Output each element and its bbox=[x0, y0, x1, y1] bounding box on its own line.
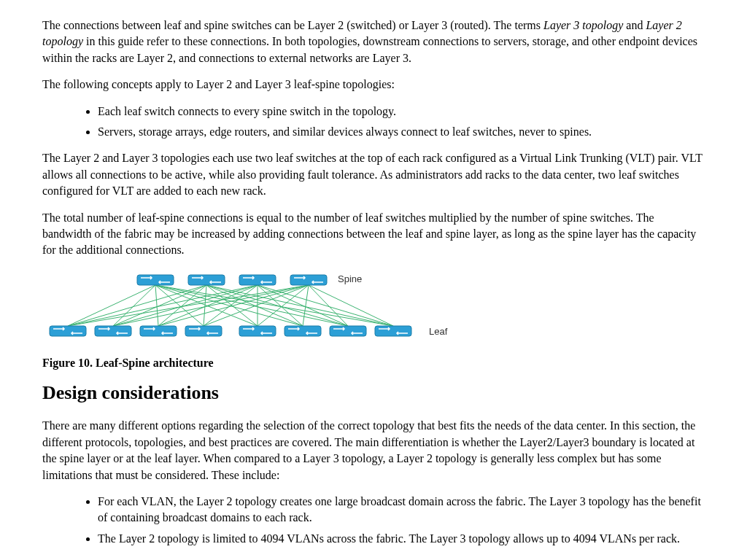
svg-line-5 bbox=[155, 285, 158, 326]
paragraph-5: There are many different options regardi… bbox=[42, 418, 705, 483]
list-item: For each VLAN, the Layer 2 topology crea… bbox=[98, 494, 705, 526]
limitations-list: For each VLAN, the Layer 2 topology crea… bbox=[42, 494, 705, 547]
svg-line-16 bbox=[206, 285, 303, 326]
list-item: The Layer 2 topology is limited to 4094 … bbox=[98, 531, 705, 547]
leaf-spine-diagram: Spine Leaf bbox=[42, 269, 705, 349]
figure-caption: Figure 10. Leaf-Spine architecture bbox=[42, 355, 705, 371]
leaf-label: Leaf bbox=[429, 326, 448, 337]
section-heading-design: Design considerations bbox=[42, 380, 705, 406]
svg-line-12 bbox=[113, 285, 206, 326]
paragraph-1: The connections between leaf and spine s… bbox=[42, 18, 705, 66]
text: and bbox=[623, 19, 646, 31]
concepts-list: Each leaf switch connects to every spine… bbox=[42, 104, 705, 141]
spine-label: Spine bbox=[338, 273, 362, 284]
list-item: Each leaf switch connects to every spine… bbox=[98, 104, 705, 120]
paragraph-2: The following concepts apply to Layer 2 … bbox=[42, 77, 705, 93]
term-layer3: Layer 3 topology bbox=[543, 19, 623, 31]
svg-line-30 bbox=[204, 285, 309, 326]
text: in this guide refer to these connections… bbox=[42, 35, 697, 63]
paragraph-4: The total number of leaf-spine connectio… bbox=[42, 210, 705, 259]
paragraph-3: The Layer 2 and Layer 3 topologies each … bbox=[42, 150, 705, 199]
list-item: Servers, storage arrays, edge routers, a… bbox=[98, 124, 705, 140]
svg-line-33 bbox=[309, 285, 348, 326]
text: The connections between leaf and spine s… bbox=[42, 19, 543, 31]
svg-line-34 bbox=[309, 285, 393, 326]
svg-line-13 bbox=[158, 285, 206, 326]
